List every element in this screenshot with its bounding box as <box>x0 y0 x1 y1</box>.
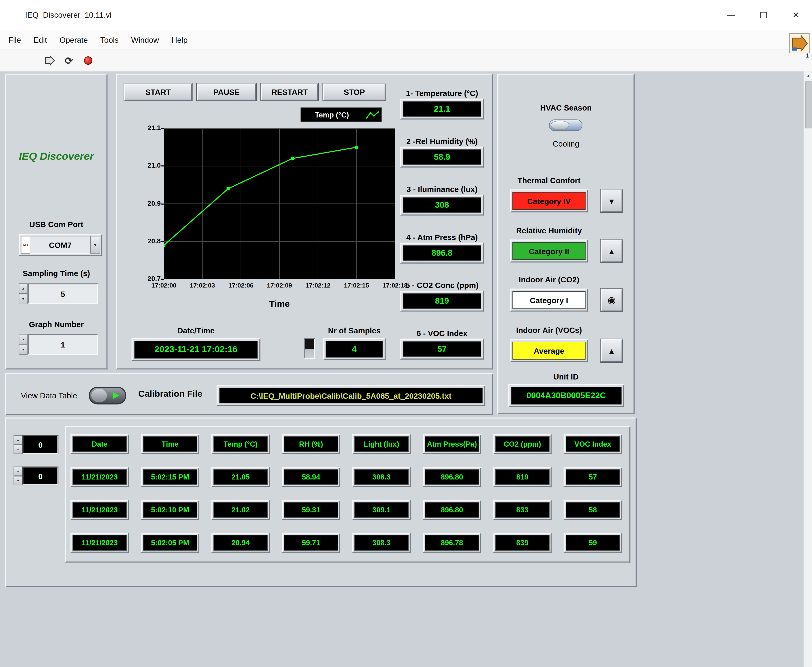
hvac-season-toggle[interactable] <box>549 119 583 131</box>
legend-label: Temp (°C) <box>301 108 363 122</box>
table-cell: 59 <box>564 533 622 553</box>
calibration-file-label: Calibration File <box>138 389 202 400</box>
table-spinner-2: ▲ ▼ <box>14 466 23 485</box>
table-header-cell: Light (lux) <box>352 434 410 454</box>
minimize-button[interactable]: — <box>715 0 747 30</box>
table-scroll-control-1: ▲ ▼ 0 <box>14 435 59 454</box>
table-header-cell: VOC Index <box>564 434 622 454</box>
table-cell: 11/21/2023 <box>70 533 129 553</box>
run-continuous-button[interactable]: ⟳ <box>63 55 75 66</box>
x-tick-label: 17:02:12 <box>299 282 337 289</box>
sampling-up-button[interactable]: ▲ <box>19 283 28 294</box>
sampling-time-control: ▲ ▼ 5 <box>19 283 98 304</box>
graph-down-button[interactable]: ▼ <box>19 344 28 355</box>
x-tick-label: 17:02:06 <box>221 282 260 289</box>
start-button[interactable]: START <box>124 83 192 101</box>
thermal-comfort-down-button[interactable]: ▼ <box>601 189 623 212</box>
table-spin1-input[interactable]: 0 <box>22 435 58 454</box>
indoor-air-vocs-display: Average <box>510 339 588 362</box>
relative-humidity-up-button[interactable]: ▲ <box>601 240 623 263</box>
table-cell: 833 <box>493 500 551 520</box>
indicator-rel-humidity: 2 -Rel Humidity (%) 58.9 <box>399 137 485 166</box>
menu-file[interactable]: File <box>8 35 21 44</box>
sampling-time-label: Sampling Time (s) <box>6 269 106 278</box>
table-cell: 896.80 <box>423 467 481 487</box>
indoor-air-co2-group: Indoor Air (CO2) Category I ◉ <box>498 275 636 323</box>
file-strip-panel: View Data Table Calibration File C:\IEQ_… <box>5 373 493 415</box>
window-title: IEQ_Discoverer_10.11.vi <box>25 10 111 20</box>
settings-panel: IEQ Discoverer USB Com Port I/O COM7 ▼ S… <box>5 74 107 369</box>
y-tick-label: 21.0 <box>136 161 161 169</box>
labview-logo-icon <box>790 34 810 53</box>
x-tick-label: 17:02:03 <box>183 282 222 289</box>
abort-button[interactable] <box>83 55 94 66</box>
table-cell: 20.94 <box>211 533 270 553</box>
hvac-toggle-knob <box>551 121 570 130</box>
graph-up-button[interactable]: ▲ <box>19 334 28 345</box>
table-header-cell: CO2 (ppm) <box>493 434 551 454</box>
menu-edit[interactable]: Edit <box>33 35 47 44</box>
samples-label: Nr of Samples <box>323 326 386 335</box>
com-port-dropdown-icon[interactable]: ▼ <box>90 236 100 254</box>
voc-index-display: 57 <box>400 339 484 360</box>
samples-display: 4 <box>323 338 386 360</box>
graph-number-input[interactable]: 1 <box>28 334 98 355</box>
table-scroll-control-2: ▲ ▼ 0 <box>14 466 59 485</box>
up-arrow-icon: ▲ <box>608 247 616 256</box>
run-continuous-icon: ⟳ <box>65 55 73 67</box>
sampling-time-input[interactable]: 5 <box>28 283 98 304</box>
table-spin2-up-button[interactable]: ▲ <box>14 466 23 476</box>
graph-number-control: ▲ ▼ 1 <box>19 334 98 355</box>
table-spin2-input[interactable]: 0 <box>22 466 58 485</box>
stop-button[interactable]: STOP <box>323 83 386 101</box>
indicator-atm-press: 4 - Atm Press (hPa) 896.8 <box>399 233 485 262</box>
transport-buttons: START PAUSE RESTART STOP <box>124 83 385 101</box>
table-cell: 59.31 <box>282 500 340 520</box>
chart-panel: START PAUSE RESTART STOP Temp (°C) Time … <box>116 74 493 369</box>
menu-tools[interactable]: Tools <box>100 35 119 44</box>
indoor-air-co2-select-button[interactable]: ◉ <box>601 289 623 312</box>
table-header-cell: Date <box>70 434 129 454</box>
samples-toggle[interactable] <box>304 338 315 359</box>
menu-window[interactable]: Window <box>131 35 159 44</box>
com-port-selector[interactable]: I/O COM7 ▼ <box>19 234 102 256</box>
unit-id-label: Unit ID <box>498 372 633 381</box>
maximize-button[interactable] <box>747 0 780 30</box>
radio-icon: ◉ <box>608 294 616 305</box>
table-header-cell: Time <box>141 434 199 454</box>
com-port-value[interactable]: COM7 <box>30 236 90 254</box>
table-cell: 21.05 <box>211 467 270 487</box>
menu-help[interactable]: Help <box>171 35 188 44</box>
vertical-scrollbar[interactable]: ▲ <box>804 71 812 667</box>
run-button[interactable] <box>44 55 55 66</box>
table-header-cell: RH (%) <box>282 434 340 454</box>
y-tick-mark <box>161 166 164 167</box>
close-button[interactable]: ✕ <box>780 0 812 30</box>
menu-operate[interactable]: Operate <box>60 35 88 44</box>
table-spinner-1: ▲ ▼ <box>14 435 23 454</box>
datetime-display: 2023-11-21 17:02:16 <box>131 338 261 361</box>
table-spin2-down-button[interactable]: ▼ <box>14 476 23 485</box>
table-cell: 819 <box>493 467 551 487</box>
y-tick-label: 20.8 <box>136 237 161 245</box>
scrollbar-thumb[interactable] <box>805 81 811 128</box>
pause-button[interactable]: PAUSE <box>197 83 256 101</box>
table-cell: 11/21/2023 <box>70 467 129 487</box>
scroll-up-button[interactable]: ▲ <box>804 71 812 81</box>
indoor-air-vocs-up-button[interactable]: ▲ <box>601 339 623 362</box>
view-data-table-toggle[interactable] <box>89 387 126 404</box>
app-title: IEQ Discoverer <box>6 150 106 163</box>
relative-humidity-group: Relative Humidity Category II ▲ <box>498 226 636 274</box>
sampling-time-spinner: ▲ ▼ <box>19 283 28 304</box>
table-spin1-down-button[interactable]: ▼ <box>14 445 23 454</box>
data-table-panel: ▲ ▼ 0 ▲ ▼ 0 DateTimeTemp (°C)RH (%)Light… <box>5 418 637 587</box>
y-tick-mark <box>161 128 164 129</box>
y-tick-label: 21.1 <box>136 124 161 131</box>
data-table: DateTimeTemp (°C)RH (%)Light (lux)Atm Pr… <box>65 426 630 562</box>
table-cell: 57 <box>564 467 622 487</box>
minimize-icon: — <box>727 10 735 20</box>
sampling-down-button[interactable]: ▼ <box>19 294 28 304</box>
table-header-cell: Atm Press(Pa) <box>423 434 481 454</box>
restart-button[interactable]: RESTART <box>261 83 319 101</box>
table-spin1-up-button[interactable]: ▲ <box>14 435 23 445</box>
